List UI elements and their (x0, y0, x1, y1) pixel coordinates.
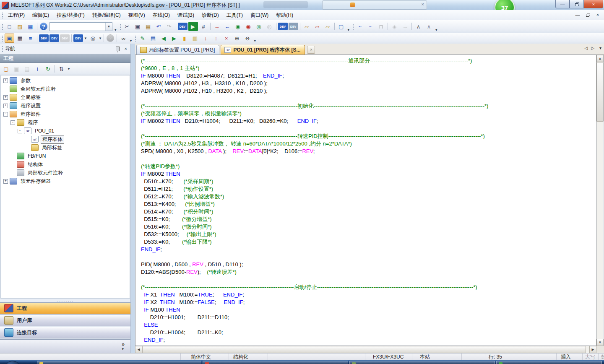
nav-button-project[interactable]: 工程 (0, 302, 130, 314)
device-monitor-icon[interactable]: DEV (278, 23, 288, 30)
tree-item-device-memory[interactable]: +软元件存储器 (1, 177, 130, 185)
redo-icon[interactable]: ↷ (164, 22, 174, 31)
tab-scroll-left-icon[interactable]: ◁ (585, 46, 588, 50)
tree-item-program[interactable]: -程序 (1, 118, 130, 127)
sort-descending-icon[interactable]: ↓ (200, 34, 210, 43)
mdi-close-button[interactable]: × (594, 11, 601, 18)
ladder-monitor-icon[interactable]: ▶ (188, 22, 198, 31)
collapse-icon[interactable]: - (18, 129, 22, 133)
zoom-out-icon[interactable]: ⊖ (242, 34, 252, 43)
minimize-button[interactable]: — (555, 0, 570, 8)
expand-icon[interactable]: + (3, 179, 8, 184)
tab-close-button[interactable]: × (307, 46, 315, 54)
read-from-plc-icon[interactable]: ← (223, 22, 232, 31)
scroll-down-button[interactable]: ▼ (596, 339, 604, 346)
chevron-down-icon[interactable]: ▼ (98, 36, 102, 40)
st-code-editor[interactable]: (*--------------------------------------… (135, 55, 596, 346)
close-icon[interactable]: × (125, 46, 127, 51)
refresh-icon[interactable]: ↻ (43, 64, 53, 73)
mdi-minimize-button[interactable]: — (574, 11, 581, 18)
mdi-restore-button[interactable] (584, 11, 591, 18)
new-data-icon[interactable]: ▢ (1, 64, 11, 73)
menu-help[interactable]: 帮助(H) (272, 10, 297, 20)
chevron-down-icon[interactable]: ▼ (105, 23, 112, 31)
save-project-icon[interactable]: ▦ (26, 22, 35, 31)
st-edit-icon[interactable]: ✎ (138, 34, 147, 43)
tree-item-fb-fun[interactable]: FB/FUN (1, 152, 130, 160)
tree-item-pou[interactable]: -程序部件 (1, 110, 130, 118)
sort-filter-icon[interactable]: ⇅ (57, 64, 66, 73)
expand-icon[interactable]: + (3, 95, 8, 100)
tree-item-local-label[interactable]: 局部标签 (1, 143, 130, 152)
device-ccl-icon[interactable]: DEV (60, 34, 70, 42)
chevron-down-icon[interactable]: ▼ (83, 36, 88, 40)
tab-local-label-setting[interactable]: 局部标签设置 POU_01 [PRG] (136, 45, 219, 55)
open-project-icon[interactable]: ▨ (15, 22, 25, 31)
device-search-icon[interactable]: ◎ (88, 34, 98, 43)
trace-setting-icon[interactable]: ~ (355, 22, 365, 31)
help-icon[interactable]: ? (40, 23, 47, 30)
expand-icon[interactable]: + (3, 104, 8, 108)
comment-display-icon[interactable]: ▱ (323, 22, 333, 31)
cut-icon[interactable]: ✂ (122, 22, 132, 31)
copy-data-icon[interactable]: ▣ (12, 64, 21, 73)
monitor-stop-icon[interactable]: ◉ (244, 22, 253, 31)
il-display-icon[interactable]: ▥ (190, 34, 200, 43)
paste-icon[interactable]: ▤ (143, 22, 153, 31)
paste-data-icon[interactable]: ▤ (22, 64, 32, 73)
device-batch-monitor-icon[interactable]: # (199, 22, 208, 31)
device-batch-edit-icon[interactable]: DEV (49, 34, 59, 42)
step-run-icon[interactable]: → (400, 22, 410, 31)
taskbar-button[interactable] (349, 361, 495, 364)
monitor-write-stop-icon[interactable]: ◎ (265, 22, 274, 31)
taskbar-button[interactable] (203, 361, 348, 364)
watch-stop-icon[interactable]: ∧ (424, 22, 434, 31)
menu-project[interactable]: 工程(P) (4, 10, 29, 20)
trace-start-icon[interactable]: ~ (366, 22, 375, 31)
chevron-down-icon[interactable]: ▾ (122, 347, 124, 351)
chevron-down-icon[interactable]: ▼ (67, 67, 71, 71)
device-comment-icon[interactable]: DEV (178, 23, 187, 30)
copy-icon[interactable]: ▣ (133, 22, 143, 31)
nav-button-connection-destination[interactable]: 连接目标 (0, 327, 130, 338)
bookmark-icon[interactable]: ▮ (180, 34, 189, 43)
tree-item-global-device-comment[interactable]: 全局软元件注释 (1, 85, 130, 93)
keyword-search-combo[interactable]: ▼ (49, 22, 112, 31)
navigation-window-icon[interactable]: ▣ (5, 34, 14, 43)
restore-button[interactable] (570, 0, 584, 8)
device-register-icon[interactable]: DEV (289, 23, 298, 30)
scroll-up-button[interactable]: ▲ (596, 55, 604, 62)
menu-view[interactable]: 视图(V) (125, 10, 149, 20)
vertical-scrollbar-thumb[interactable] (596, 62, 604, 122)
toolbar-overflow-icon[interactable]: ▾ (129, 39, 133, 43)
menu-tools[interactable]: 工具(T) (223, 10, 247, 20)
find-next-icon[interactable]: ▶ (169, 34, 179, 43)
zoom-in-icon[interactable]: ⊕ (232, 34, 242, 43)
menu-debug[interactable]: 调试(B) (174, 10, 198, 20)
toolbar-overflow-icon[interactable]: ▾ (434, 28, 439, 32)
collapse-icon[interactable]: - (3, 112, 8, 117)
tree-item-pou-01[interactable]: -stPOU_01 (1, 127, 130, 135)
remote-monitor-icon[interactable]: ▢ (336, 22, 346, 31)
tree-item-global-label[interactable]: +全局标签 (1, 93, 130, 101)
tree-item-parameter[interactable]: +参数 (1, 76, 130, 85)
horizontal-scrollbar-thumb[interactable] (142, 346, 586, 353)
taskbar-button[interactable] (496, 361, 602, 364)
module-configuration-icon[interactable]: ▦ (15, 34, 25, 43)
data-property-icon[interactable]: i (33, 64, 42, 73)
menu-convert-compile[interactable]: 转换/编译(C) (89, 10, 125, 20)
menu-diagnostics[interactable]: 诊断(D) (198, 10, 223, 20)
trace-pulse-icon[interactable]: ⊓ (376, 22, 386, 31)
find-previous-icon[interactable]: ◀ (159, 34, 168, 43)
menu-window[interactable]: 窗口(W) (247, 10, 272, 20)
help-st-icon[interactable]: ? (107, 34, 114, 42)
write-to-plc-icon[interactable]: → (212, 22, 222, 31)
debug-function-icon[interactable]: ◈ (390, 22, 399, 31)
panel-splitter[interactable]: ......... (0, 299, 130, 302)
toolbar-overflow-icon[interactable]: ▾ (346, 28, 351, 32)
device-comment-search-icon[interactable]: DEV (39, 34, 49, 42)
toolbar-overflow-icon[interactable]: ▾ (253, 39, 257, 43)
note-display-icon[interactable]: ▱ (312, 22, 322, 31)
st-template-icon[interactable]: ▤ (148, 34, 158, 43)
scroll-right-button[interactable]: ▶ (589, 346, 596, 353)
